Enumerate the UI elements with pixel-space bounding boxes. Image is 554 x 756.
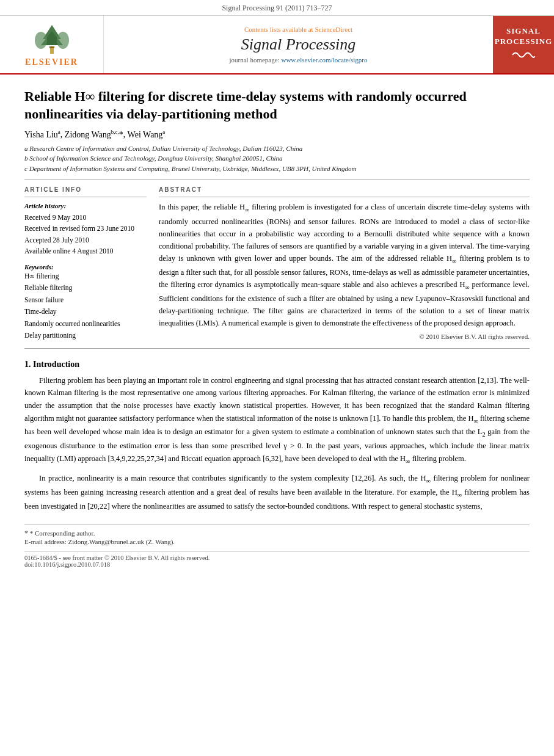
- homepage-link[interactable]: www.elsevier.com/locate/sigpro: [281, 56, 367, 64]
- received-date: Received 9 May 2010: [24, 212, 147, 223]
- article-history: Article history: Received 9 May 2010 Rec…: [24, 201, 147, 256]
- affiliation-a: a Research Centre of Information and Con…: [24, 144, 530, 154]
- title-inf: ∞: [86, 89, 95, 104]
- section-number: 1.: [24, 360, 31, 369]
- footnote-email: E-mail address: Zidong.Wang@brunel.ac.uk…: [24, 538, 530, 545]
- intro-paragraph-1: Filtering problem has been playing an im…: [24, 374, 530, 467]
- svg-rect-0: [50, 48, 54, 54]
- elsevier-logo: ELSEVIER: [25, 22, 78, 67]
- elsevier-logo-area: ELSEVIER: [0, 16, 104, 73]
- journal-header-center: Contents lists available at ScienceDirec…: [104, 16, 493, 73]
- elsevier-tree-icon: [27, 22, 76, 56]
- top-bar: Signal Processing 91 (2011) 713–727: [0, 0, 554, 16]
- svg-point-3: [35, 32, 47, 49]
- available-online: Available online 4 August 2010: [24, 245, 147, 256]
- keywords-label: Keywords:: [24, 263, 147, 271]
- article-info-column: ARTICLE INFO Article history: Received 9…: [24, 186, 147, 341]
- abstract-divider: [159, 197, 530, 197]
- svg-rect-5: [49, 46, 54, 48]
- keywords-list: H∞ filtering Reliable filtering Sensor f…: [24, 271, 147, 342]
- elsevier-wordmark: ELSEVIER: [25, 57, 78, 67]
- paper-title: Reliable H∞ filtering for discrete time-…: [24, 88, 530, 123]
- keyword-4: Time-delay: [24, 306, 147, 318]
- history-label: Article history:: [24, 201, 147, 212]
- abstract-column: ABSTRACT In this paper, the reliable H∞ …: [159, 186, 530, 341]
- article-info-label: ARTICLE INFO: [24, 186, 147, 193]
- content-area: Reliable H∞ filtering for discrete time-…: [0, 88, 554, 568]
- keyword-5: Randomly occurred nonlinearities: [24, 318, 147, 330]
- badge-line1: SIGNAL: [495, 26, 553, 37]
- divider-after-abstract: [24, 348, 530, 349]
- corresponding-label: * Corresponding author.: [30, 529, 95, 537]
- keyword-3: Sensor failure: [24, 294, 147, 307]
- authors: Yisha Liua, Zidong Wangb,c,*, Wei Wanga: [24, 129, 530, 140]
- journal-reference: Signal Processing 91 (2011) 713–727: [222, 4, 332, 12]
- abstract-content: In this paper, the reliable H∞ filtering…: [159, 203, 530, 327]
- abstract-label: ABSTRACT: [159, 186, 530, 193]
- two-column-section: ARTICLE INFO Article history: Received 9…: [24, 186, 530, 341]
- accepted-date: Accepted 28 July 2010: [24, 234, 147, 245]
- footnote-area: * * Corresponding author. E-mail address…: [24, 525, 530, 545]
- footnote-corresponding: * * Corresponding author.: [24, 529, 530, 538]
- affiliations: a Research Centre of Information and Con…: [24, 144, 530, 174]
- footnote-star: *: [24, 529, 28, 537]
- title-part1: Reliable H: [24, 89, 86, 104]
- intro-paragraph-2: In practice, nonlinearity is a main reso…: [24, 472, 530, 512]
- keyword-6: Delay partitioning: [24, 330, 147, 342]
- section-heading-intro: 1. Introduction: [24, 360, 530, 369]
- copyright-line: © 2010 Elsevier B.V. All rights reserved…: [159, 333, 530, 340]
- affiliation-c: c Department of Information Systems and …: [24, 164, 530, 174]
- journal-title: Signal Processing: [241, 35, 356, 54]
- journal-badge: SIGNAL PROCESSING: [491, 23, 554, 67]
- divider-after-affiliations: [24, 180, 530, 180]
- introduction-section: 1. Introduction Filtering problem has be…: [24, 360, 530, 513]
- keyword-1: H∞ filtering: [24, 271, 147, 283]
- journal-homepage: journal homepage: www.elsevier.com/locat…: [230, 56, 368, 64]
- wave-icon: [511, 49, 536, 61]
- issn-line: 0165-1684/$ - see front matter © 2010 El…: [24, 554, 530, 561]
- abstract-text: In this paper, the reliable H∞ filtering…: [159, 201, 530, 329]
- author-list: Yisha Liua, Zidong Wangb,c,*, Wei Wanga: [24, 130, 165, 139]
- sciencedirect-text: Contents lists available at ScienceDirec…: [244, 26, 352, 33]
- journal-header: ELSEVIER Contents lists available at Sci…: [0, 16, 554, 75]
- footer-note: 0165-1684/$ - see front matter © 2010 El…: [24, 551, 530, 568]
- email-label: E-mail address:: [24, 538, 67, 545]
- doi-line: doi:10.1016/j.sigpro.2010.07.018: [24, 561, 530, 568]
- keyword-2: Reliable filtering: [24, 282, 147, 294]
- keywords-block: Keywords: H∞ filtering Reliable filterin…: [24, 263, 147, 342]
- section-title: Introduction: [33, 360, 79, 369]
- received-revised: Received in revised form 23 June 2010: [24, 223, 147, 234]
- affiliation-b: b School of Information Science and Tech…: [24, 153, 530, 164]
- sciencedirect-line: Contents lists available at ScienceDirec…: [244, 26, 352, 33]
- svg-point-4: [57, 32, 69, 49]
- homepage-label: journal homepage:: [230, 56, 280, 64]
- article-info-divider: [24, 197, 147, 197]
- badge-line2: PROCESSING: [495, 37, 553, 47]
- journal-badge-area: SIGNAL PROCESSING: [493, 16, 554, 73]
- email-value: Zidong.Wang@brunel.ac.uk (Z. Wang).: [68, 538, 175, 545]
